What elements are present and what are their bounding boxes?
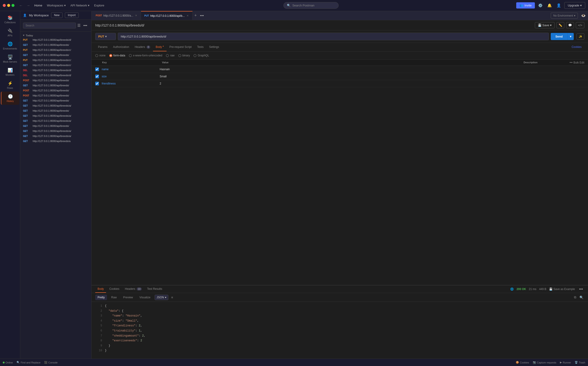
tab-post[interactable]: POST http://127.0.0.1:8000/a... ✕: [92, 11, 141, 20]
tab-cookies[interactable]: Cookies: [569, 43, 584, 51]
trash-button[interactable]: 🗑️ Trash: [575, 361, 585, 364]
save-button[interactable]: 💾 Save ▾: [535, 22, 555, 28]
row-desc-friendliness[interactable]: [372, 81, 584, 86]
list-item[interactable]: GEThttp://127.0.0.1:8000/api/breeds/a/: [20, 103, 91, 108]
back-button[interactable]: ←: [18, 2, 24, 8]
code-icon[interactable]: </>: [576, 22, 584, 28]
response-more-icon[interactable]: •••: [578, 286, 584, 293]
sidebar-item-flows[interactable]: ⚡ Flows: [1, 78, 19, 92]
format-pretty[interactable]: Pretty: [95, 295, 107, 300]
list-item[interactable]: GEThttp://127.0.0.1:8000/api/breeds/a/: [20, 129, 91, 134]
new-tab-button[interactable]: +: [193, 13, 199, 18]
close-traffic-light[interactable]: [3, 4, 6, 7]
resp-tab-body[interactable]: Body: [95, 285, 106, 293]
row-key-name[interactable]: [101, 67, 157, 72]
send-label[interactable]: Send: [551, 33, 567, 40]
tab-close-put[interactable]: ✕: [186, 14, 189, 18]
row-key-size[interactable]: [101, 74, 157, 79]
sidebar-item-monitors[interactable]: 📊 Monitors: [1, 65, 19, 78]
resp-tab-headers[interactable]: Headers 10: [123, 285, 144, 293]
tab-authorization[interactable]: Authorization: [110, 43, 132, 51]
list-item[interactable]: GEThttp://127.0.0.1:8000/api/breeds/a/: [20, 113, 91, 118]
format-visualize[interactable]: Visualize: [137, 295, 153, 300]
copy-response-icon[interactable]: ⧉: [573, 294, 577, 300]
environment-selector[interactable]: No Environment ▾: [551, 13, 578, 19]
format-raw[interactable]: Raw: [109, 295, 119, 300]
resp-tab-test-results[interactable]: Test Results: [145, 285, 164, 293]
profile-avatar[interactable]: 👤: [555, 2, 562, 9]
list-item[interactable]: GEThttp://127.0.0.1:8000/api/breeds/: [20, 83, 91, 88]
sidebar-item-apis[interactable]: 🔌 APIs: [1, 26, 19, 39]
row-desc-name[interactable]: [372, 67, 584, 72]
send-arrow-icon[interactable]: ▾: [567, 33, 574, 40]
list-item[interactable]: GEThttp://127.0.0.1:8000/api/breeds/a/: [20, 134, 91, 138]
upgrade-button[interactable]: Upgrade ▾: [564, 2, 585, 9]
tab-params[interactable]: Params: [95, 43, 110, 51]
row-checkbox-friendliness[interactable]: [95, 82, 99, 85]
list-item[interactable]: PUThttp://127.0.0.1:8000/api/breeds/c/: [20, 47, 91, 53]
list-item[interactable]: DELhttp://127.0.0.1:8000/api/breeds/d/: [20, 73, 91, 78]
list-item[interactable]: PUThttp://127.0.0.1:8000/api/breeds/c/: [20, 58, 91, 63]
tab-headers[interactable]: Headers 8: [132, 43, 153, 51]
search-response-icon[interactable]: 🔍: [579, 294, 584, 300]
api-network-nav-button[interactable]: API Network ▾: [69, 3, 91, 8]
list-item[interactable]: GEThttp://127.0.0.1:8000/api/breeds/: [20, 123, 91, 129]
row-value-friendliness[interactable]: [159, 81, 371, 86]
radio-none[interactable]: none: [95, 54, 106, 57]
list-item[interactable]: POSThttp://127.0.0.1:8000/api/breeds/: [20, 93, 91, 98]
tab-put[interactable]: PUT http://127.0.0.1:8000/api/b... ✕: [141, 11, 192, 20]
new-button[interactable]: New: [51, 12, 63, 18]
tab-pre-request-script[interactable]: Pre-request Script: [167, 43, 194, 51]
row-desc-size[interactable]: [372, 74, 584, 79]
url-input[interactable]: [118, 33, 549, 40]
word-wrap-icon[interactable]: ≡: [170, 295, 174, 300]
home-nav-button[interactable]: Home: [33, 3, 44, 8]
format-preview[interactable]: Preview: [121, 295, 135, 300]
environment-quick-look-icon[interactable]: 👁️: [580, 12, 587, 19]
sidebar-item-environments[interactable]: 🌐 Environments: [1, 39, 19, 52]
row-checkbox-name[interactable]: [95, 68, 99, 71]
row-checkbox-size[interactable]: [95, 75, 99, 78]
radio-raw[interactable]: raw: [166, 54, 174, 57]
workspaces-nav-button[interactable]: Workspaces ▾: [45, 3, 67, 8]
history-more-icon[interactable]: •••: [82, 22, 89, 29]
list-item[interactable]: DELhttp://127.0.0.1:8000/api/breeds/d/: [20, 68, 91, 73]
find-replace-button[interactable]: 🔍 Find and Replace: [16, 361, 40, 364]
minimize-traffic-light[interactable]: [7, 4, 10, 7]
settings-icon[interactable]: ⚙️: [537, 2, 544, 9]
sidebar-item-collections[interactable]: 📚 Collections: [1, 13, 19, 26]
fullscreen-traffic-light[interactable]: [12, 4, 15, 7]
search-bar[interactable]: 🔍 Search Postman: [283, 2, 339, 9]
runner-button[interactable]: ▶ Runner: [560, 361, 571, 364]
send-button[interactable]: Send ▾: [551, 33, 574, 40]
radio-graphql[interactable]: GraphQL: [194, 54, 209, 57]
history-search-input[interactable]: [23, 23, 76, 29]
edit-icon[interactable]: ✏️: [557, 22, 564, 28]
tab-body[interactable]: Body ●: [153, 43, 167, 51]
sidebar-item-mock-servers[interactable]: 🖥️ Mock Servers: [1, 52, 19, 65]
radio-urlencoded[interactable]: x-www-form-urlencoded: [129, 54, 162, 57]
capture-requests-button[interactable]: 📷 Capture requests: [533, 361, 556, 364]
tab-tests[interactable]: Tests: [194, 43, 206, 51]
method-select[interactable]: PUT ▾: [95, 33, 116, 40]
cookies-button[interactable]: 🍪 Cookies: [516, 361, 529, 364]
history-filter-icon[interactable]: ☰: [76, 22, 82, 29]
bulk-edit-button[interactable]: ••• Bulk Edit: [570, 61, 584, 64]
console-button[interactable]: ⬛ Console: [44, 361, 58, 364]
sidebar-item-history[interactable]: 🕐 History: [1, 92, 19, 105]
list-item[interactable]: GEThttp://127.0.0.1:8000/api/breeds/c/: [20, 63, 91, 68]
radio-binary[interactable]: binary: [178, 54, 190, 57]
list-item[interactable]: POSThttp://127.0.0.1:8000/api/breeds/: [20, 88, 91, 93]
list-item[interactable]: GEThttp://127.0.0.1:8000/api/breeds/a: [20, 138, 91, 144]
save-as-example-button[interactable]: 💾 Save as Example: [549, 288, 575, 291]
forward-button[interactable]: →: [26, 2, 31, 8]
tab-close-post[interactable]: ✕: [134, 14, 138, 17]
radio-form-data[interactable]: form-data: [109, 54, 125, 57]
list-item[interactable]: GEThttp://127.0.0.1:8000/api/breeds/: [20, 42, 91, 47]
row-key-friendliness[interactable]: [101, 81, 157, 86]
list-item[interactable]: PUThttp://127.0.0.1:8000/api/breeds/d/: [20, 37, 91, 42]
notifications-icon[interactable]: 🔔: [546, 2, 553, 9]
list-item[interactable]: GEThttp://127.0.0.1:8000/api/breeds/: [20, 98, 91, 103]
list-item[interactable]: GEThttp://127.0.0.1:8000/api/breeds/: [20, 53, 91, 58]
list-item[interactable]: GEThttp://127.0.0.1:8000/api/breeds/: [20, 108, 91, 113]
